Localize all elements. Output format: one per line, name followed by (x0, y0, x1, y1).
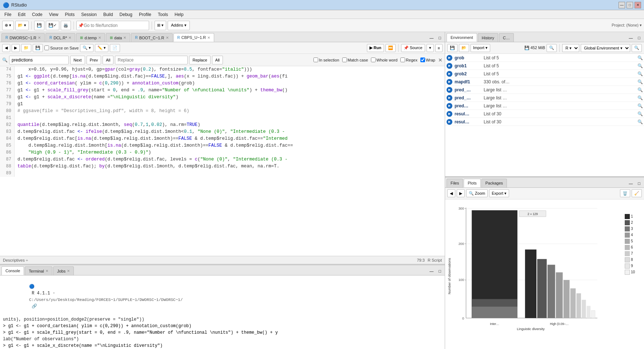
find-next-button[interactable]: Next (70, 56, 85, 64)
code-tools-button[interactable]: ✏️ ▾ (95, 44, 108, 52)
tab-files[interactable]: Files (447, 179, 463, 187)
tab-data-close[interactable]: ✕ (123, 36, 126, 40)
save-source-button[interactable]: 💾 (33, 44, 43, 52)
open-button[interactable]: 📂 ▾ (15, 21, 29, 30)
tab-jobs[interactable]: Jobs ✕ (53, 266, 74, 275)
env-search-pred3[interactable]: 🔍 (637, 103, 643, 108)
tab-environment[interactable]: Environment (447, 33, 477, 42)
env-item-pred3[interactable]: ▶ pred… Large list … 🔍 (445, 102, 644, 110)
plots-back-button[interactable]: ◀ (447, 189, 455, 197)
env-search-pred1[interactable]: 🔍 (637, 87, 643, 92)
tab-dcl[interactable]: R DCL.R* ✕ (45, 33, 76, 42)
save-button[interactable]: 💾 (34, 21, 44, 30)
in-selection-label[interactable]: In selection (313, 57, 339, 62)
find-input-wrap[interactable] (9, 56, 69, 64)
env-search-grob1[interactable]: 🔍 (637, 63, 643, 68)
env-item-resul1[interactable]: ▶ resul… List of 30 🔍 (445, 110, 644, 118)
search-env-icon-button[interactable]: 🔍 (632, 44, 642, 52)
tab-cbps[interactable]: R CBPS_U~1.R ✕ (173, 33, 215, 42)
env-item-grob[interactable]: ▶ grob List of 5 🔍 (445, 54, 644, 62)
collapse-plots-button[interactable]: — (627, 179, 635, 187)
env-search-grob2[interactable]: 🔍 (637, 71, 643, 76)
tab-connections[interactable]: C… (499, 33, 514, 42)
replace-input-wrap[interactable] (115, 56, 188, 64)
find-prev-button[interactable]: Prev (87, 56, 101, 64)
collapse-editor-button[interactable]: — (427, 34, 436, 42)
addins-button[interactable]: Addins ▾ (168, 21, 190, 30)
menu-item-edit[interactable]: Edit (15, 11, 28, 18)
env-search-resul2[interactable]: 🔍 (637, 119, 643, 124)
search-env-button[interactable]: 🔍 (547, 44, 557, 52)
tab-plots[interactable]: Plots (464, 179, 480, 187)
layout-button[interactable]: ⊞ ▾ (155, 21, 166, 30)
replace-input[interactable] (117, 57, 185, 63)
delete-plot-button[interactable]: 🗑️ (620, 189, 630, 197)
menu-item-session[interactable]: Session (78, 11, 100, 18)
tab-history[interactable]: History (478, 33, 498, 42)
whole-word-check[interactable] (371, 57, 376, 62)
expand-plots-button[interactable]: □ (636, 179, 643, 187)
menu-item-code[interactable]: Code (29, 11, 45, 18)
tab-packages[interactable]: Packages (481, 179, 507, 187)
match-case-check[interactable] (342, 57, 347, 62)
expand-env-button[interactable]: □ (636, 34, 643, 42)
global-env-select[interactable]: Global Environment ▾ (581, 44, 630, 52)
env-search-resul1[interactable]: 🔍 (637, 111, 643, 116)
print-button[interactable]: 🖨️ (61, 21, 71, 30)
tab-cbps-close[interactable]: ✕ (207, 36, 210, 40)
wrap-label[interactable]: Wrap (420, 57, 435, 62)
minimize-button[interactable]: — (619, 2, 625, 8)
import-button[interactable]: Import ▾ (471, 44, 490, 52)
tab-console[interactable]: Console (1, 266, 24, 275)
tab-dtemp[interactable]: ⊞ d.temp ✕ (76, 33, 105, 42)
find-all-button[interactable]: All (103, 56, 113, 64)
find-close-button[interactable]: ✕ (438, 57, 443, 63)
doc-outline-button[interactable]: ≡ (435, 44, 443, 52)
console-content[interactable]: 🔵 R 4.1.1 · C:/Users/yu/Desktop/Reading/… (0, 275, 445, 349)
menu-item-view[interactable]: View (46, 11, 61, 18)
source-button[interactable]: 📌 Source (401, 44, 425, 52)
env-search-mapdf1[interactable]: 🔍 (637, 79, 643, 84)
goto-input[interactable] (84, 23, 147, 28)
regex-check[interactable] (400, 57, 405, 62)
re-run-button[interactable]: ⏭️ (385, 44, 396, 52)
compile-notebook-button[interactable]: 📄 (110, 44, 120, 52)
expand-editor-button[interactable]: □ (436, 34, 443, 42)
source-on-save-checkbox[interactable] (44, 45, 49, 50)
tab-data[interactable]: ⊞ data ✕ (106, 33, 130, 42)
save-all-button[interactable]: 💾✓ (46, 21, 59, 30)
menu-item-help[interactable]: Help (172, 11, 187, 18)
source-on-save-label[interactable]: Source on Save (44, 45, 79, 50)
load-env-button[interactable]: 📂 (459, 44, 469, 52)
show-in-files-button[interactable]: 📁 (21, 44, 31, 52)
run-button[interactable]: ▶ Run (367, 44, 384, 52)
tab-bootc-close[interactable]: ✕ (166, 36, 169, 40)
back-button[interactable]: ◀ (2, 44, 10, 52)
maximize-button[interactable]: □ (627, 2, 633, 8)
find-button[interactable]: 🔍 ▾ (80, 44, 93, 52)
env-item-resul2[interactable]: ▶ resul… List of 30 🔍 (445, 118, 644, 126)
replace-all-button[interactable]: All (212, 56, 223, 64)
new-file-button[interactable]: ⊕ ▾ (2, 21, 14, 30)
tab-dcl-close[interactable]: ✕ (68, 36, 71, 40)
menu-item-plots[interactable]: Plots (62, 11, 78, 18)
env-item-grob2[interactable]: ▶ grob2 List of 5 🔍 (445, 70, 644, 78)
env-search-grob[interactable]: 🔍 (637, 55, 643, 60)
whole-word-label[interactable]: Whole word (371, 57, 397, 62)
env-item-mapdf1[interactable]: ▶ mapdf1 330 obs. of… 🔍 (445, 78, 644, 86)
find-input[interactable] (12, 57, 66, 63)
zoom-button[interactable]: 🔍 Zoom (466, 189, 488, 197)
wrap-check[interactable] (420, 57, 425, 62)
broom-button[interactable]: 🧹 (632, 189, 642, 197)
regex-label[interactable]: Regex (400, 57, 417, 62)
in-selection-check[interactable] (313, 57, 318, 62)
close-button[interactable]: ✕ (635, 2, 641, 8)
goto-input-wrap[interactable]: 📌 (76, 21, 149, 30)
collapse-console-button[interactable]: — (427, 267, 436, 275)
replace-button[interactable]: Replace (189, 56, 210, 64)
menu-item-profile[interactable]: Profile (136, 11, 154, 18)
tab-dworsc-close[interactable]: ✕ (38, 36, 41, 40)
r-select[interactable]: R ▾ (562, 44, 579, 52)
forward-button[interactable]: ▶ (12, 44, 20, 52)
tab-terminal[interactable]: Terminal ✕ (25, 266, 52, 275)
